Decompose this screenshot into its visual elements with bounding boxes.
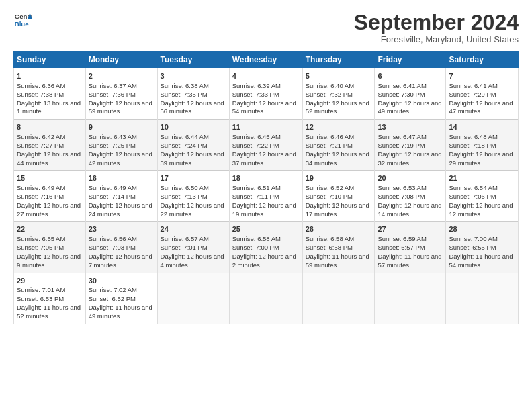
column-header-saturday: Saturday (446, 52, 519, 68)
day-number: 5 (306, 71, 372, 81)
sunset-text: Sunset: 7:22 PM (232, 142, 279, 149)
day-number: 11 (232, 122, 300, 132)
sunrise-text: Sunrise: 6:42 AM (17, 133, 65, 140)
day-cell: 2Sunrise: 6:37 AMSunset: 7:36 PMDaylight… (85, 68, 157, 120)
day-cell (229, 273, 302, 324)
day-cell: 13Sunrise: 6:47 AMSunset: 7:19 PMDayligh… (375, 120, 446, 171)
sunset-text: Sunset: 7:33 PM (232, 91, 279, 98)
daylight-text: Daylight: 12 hours and 9 minutes. (17, 253, 81, 269)
sunrise-text: Sunrise: 6:46 AM (306, 133, 354, 140)
day-cell: 23Sunrise: 6:56 AMSunset: 7:03 PMDayligh… (85, 222, 157, 273)
daylight-text: Daylight: 12 hours and 52 minutes. (306, 99, 369, 116)
daylight-text: Daylight: 12 hours and 59 minutes. (89, 99, 152, 116)
month-title: September 2024 (354, 11, 519, 34)
sunset-text: Sunset: 7:32 PM (306, 91, 353, 98)
column-header-tuesday: Tuesday (157, 52, 229, 68)
sunrise-text: Sunrise: 6:55 AM (17, 235, 65, 242)
sunrise-text: Sunrise: 6:41 AM (378, 82, 426, 89)
sunset-text: Sunset: 7:01 PM (161, 244, 208, 251)
daylight-text: Daylight: 12 hours and 56 minutes. (161, 99, 224, 116)
column-header-monday: Monday (85, 52, 157, 68)
day-cell: 3Sunrise: 6:38 AMSunset: 7:35 PMDaylight… (157, 68, 229, 120)
day-cell: 30Sunrise: 7:02 AMSunset: 6:52 PMDayligh… (85, 273, 157, 324)
sunrise-text: Sunrise: 6:43 AM (89, 133, 137, 140)
day-cell: 18Sunrise: 6:51 AMSunset: 7:11 PMDayligh… (229, 171, 302, 222)
location: Forestville, Maryland, United States (354, 34, 519, 44)
day-number: 20 (378, 173, 443, 183)
day-number: 4 (232, 71, 300, 81)
day-cell: 17Sunrise: 6:50 AMSunset: 7:13 PMDayligh… (157, 171, 229, 222)
sunset-text: Sunset: 7:29 PM (449, 91, 496, 98)
sunrise-text: Sunrise: 6:59 AM (378, 235, 426, 242)
day-number: 8 (17, 122, 83, 132)
sunrise-text: Sunrise: 6:40 AM (306, 82, 354, 89)
sunrise-text: Sunrise: 6:41 AM (449, 82, 497, 89)
sunrise-text: Sunrise: 6:44 AM (161, 133, 209, 140)
day-cell (446, 273, 519, 324)
daylight-text: Daylight: 12 hours and 19 minutes. (232, 201, 296, 218)
day-number: 6 (378, 71, 443, 81)
sunset-text: Sunset: 7:10 PM (306, 193, 353, 200)
daylight-text: Daylight: 11 hours and 59 minutes. (306, 253, 369, 269)
sunset-text: Sunset: 6:57 PM (378, 244, 425, 251)
sunset-text: Sunset: 7:36 PM (89, 91, 136, 98)
week-row-4: 22Sunrise: 6:55 AMSunset: 7:05 PMDayligh… (14, 222, 519, 273)
day-cell: 16Sunrise: 6:49 AMSunset: 7:14 PMDayligh… (85, 171, 157, 222)
day-cell: 28Sunrise: 7:00 AMSunset: 6:55 PMDayligh… (446, 222, 519, 273)
sunrise-text: Sunrise: 7:00 AM (449, 235, 497, 242)
sunrise-text: Sunrise: 6:54 AM (449, 184, 497, 191)
daylight-text: Daylight: 11 hours and 52 minutes. (17, 304, 81, 320)
day-cell: 27Sunrise: 6:59 AMSunset: 6:57 PMDayligh… (375, 222, 446, 273)
sunset-text: Sunset: 7:06 PM (449, 193, 496, 200)
sunset-text: Sunset: 7:13 PM (161, 193, 208, 200)
daylight-text: Daylight: 12 hours and 7 minutes. (89, 253, 152, 269)
daylight-text: Daylight: 12 hours and 54 minutes. (232, 99, 296, 116)
day-number: 14 (449, 122, 515, 132)
day-number: 9 (89, 122, 154, 132)
day-number: 16 (89, 173, 154, 183)
daylight-text: Daylight: 12 hours and 14 minutes. (378, 201, 441, 218)
day-cell: 11Sunrise: 6:45 AMSunset: 7:22 PMDayligh… (229, 120, 302, 171)
day-number: 21 (449, 173, 515, 183)
column-header-wednesday: Wednesday (229, 52, 302, 68)
day-number: 29 (17, 276, 83, 286)
sunrise-text: Sunrise: 6:52 AM (306, 184, 354, 191)
sunrise-text: Sunrise: 6:48 AM (449, 133, 497, 140)
day-cell: 15Sunrise: 6:49 AMSunset: 7:16 PMDayligh… (14, 171, 86, 222)
day-cell: 8Sunrise: 6:42 AMSunset: 7:27 PMDaylight… (14, 120, 86, 171)
sunset-text: Sunset: 7:08 PM (378, 193, 425, 200)
day-cell: 21Sunrise: 6:54 AMSunset: 7:06 PMDayligh… (446, 171, 519, 222)
sunset-text: Sunset: 7:27 PM (17, 142, 64, 149)
day-number: 22 (17, 224, 83, 234)
sunset-text: Sunset: 7:38 PM (17, 91, 64, 98)
daylight-text: Daylight: 12 hours and 17 minutes. (306, 201, 369, 218)
daylight-text: Daylight: 12 hours and 37 minutes. (232, 150, 296, 167)
day-cell: 1Sunrise: 6:36 AMSunset: 7:38 PMDaylight… (14, 68, 86, 120)
sunset-text: Sunset: 6:53 PM (17, 295, 64, 302)
sunset-text: Sunset: 7:19 PM (378, 142, 425, 149)
daylight-text: Daylight: 12 hours and 22 minutes. (161, 201, 224, 218)
sunset-text: Sunset: 6:52 PM (89, 295, 136, 302)
daylight-text: Daylight: 12 hours and 44 minutes. (17, 150, 81, 167)
day-cell: 7Sunrise: 6:41 AMSunset: 7:29 PMDaylight… (446, 68, 519, 120)
daylight-text: Daylight: 12 hours and 12 minutes. (449, 201, 513, 218)
day-cell: 6Sunrise: 6:41 AMSunset: 7:30 PMDaylight… (375, 68, 446, 120)
sunset-text: Sunset: 7:16 PM (17, 193, 64, 200)
day-cell: 9Sunrise: 6:43 AMSunset: 7:25 PMDaylight… (85, 120, 157, 171)
day-cell: 24Sunrise: 6:57 AMSunset: 7:01 PMDayligh… (157, 222, 229, 273)
sunrise-text: Sunrise: 6:39 AM (232, 82, 281, 89)
day-cell: 29Sunrise: 7:01 AMSunset: 6:53 PMDayligh… (14, 273, 86, 324)
day-cell (157, 273, 229, 324)
sunrise-text: Sunrise: 6:36 AM (17, 82, 65, 89)
day-number: 24 (161, 224, 226, 234)
day-number: 26 (306, 224, 372, 234)
column-header-thursday: Thursday (302, 52, 375, 68)
week-row-2: 8Sunrise: 6:42 AMSunset: 7:27 PMDaylight… (14, 120, 519, 171)
sunrise-text: Sunrise: 6:49 AM (17, 184, 65, 191)
daylight-text: Daylight: 11 hours and 57 minutes. (378, 253, 441, 269)
sunset-text: Sunset: 7:35 PM (161, 91, 208, 98)
daylight-text: Daylight: 11 hours and 49 minutes. (89, 304, 152, 320)
day-number: 3 (161, 71, 226, 81)
daylight-text: Daylight: 13 hours and 1 minute. (17, 99, 81, 116)
sunset-text: Sunset: 7:25 PM (89, 142, 136, 149)
